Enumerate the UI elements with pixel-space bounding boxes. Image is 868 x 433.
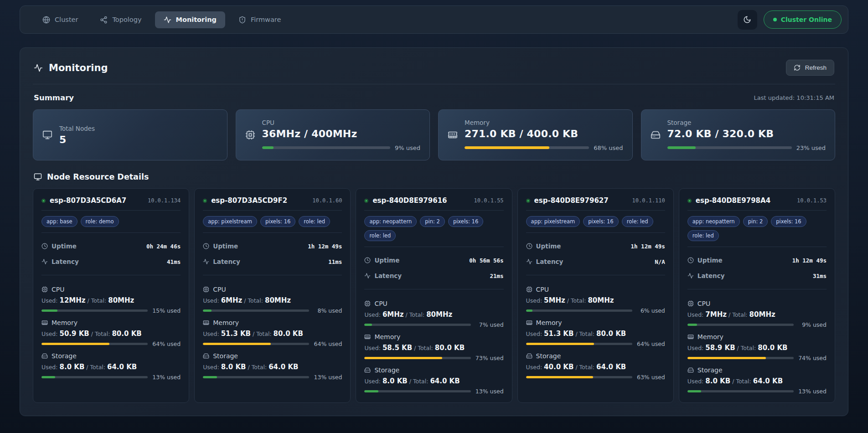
node-card: esp-807D3A5CD6A710.0.1.134app: baserole:… (33, 188, 189, 403)
total-value: 80.0 KB (274, 330, 303, 338)
cluster-icon (42, 16, 50, 24)
used-prefix: Used: (41, 297, 58, 304)
metric-usage: Used:8.0 KB/Total:64.0 KB (364, 377, 503, 385)
cpu-icon (245, 130, 255, 140)
uptime-row: Uptime0h 56m 56s (364, 257, 503, 264)
storage-progress-bar-track (667, 146, 792, 149)
cpu-progress-bar-fill (41, 309, 57, 312)
tab-label: Firmware (251, 16, 281, 23)
node-tag: pixels: 16 (771, 216, 806, 227)
memory-progress-bar-row: 64% used (526, 340, 665, 347)
memory-progress-bar-label: 64% used (637, 340, 665, 347)
memory-progress-bar-track (364, 357, 470, 359)
cpu-progress-bar-track (364, 324, 470, 326)
memory-icon (687, 334, 694, 340)
last-updated-text: Last updated: 10:31:15 AM (754, 94, 834, 101)
divider (687, 210, 827, 211)
cpu-icon (526, 286, 532, 293)
metric-usage: Used:58.5 KB/Total:80.0 KB (364, 344, 503, 352)
summary-card-memory: Memory271.0 KB / 400.0 KB68% used (438, 109, 633, 160)
used-value: 51.3 KB (221, 330, 251, 338)
node-status-dot (364, 199, 368, 203)
separator: / (253, 330, 254, 337)
separator: / (728, 311, 730, 318)
top-nav-bar: ClusterTopologyMonitoringFirmware Cluste… (20, 5, 848, 34)
uptime-row: Uptime1h 12m 49s (526, 242, 665, 250)
tab-firmware[interactable]: Firmware (230, 11, 289, 28)
memory-progress-bar-row: 73% used (364, 355, 503, 361)
metric-label-group: Memory (687, 333, 827, 340)
tab-cluster[interactable]: Cluster (34, 11, 87, 28)
separator: / (86, 364, 88, 371)
total-prefix: Total: (248, 297, 263, 304)
separator: / (244, 297, 246, 304)
node-details-heading-row: Node Resource Details (34, 172, 834, 181)
uptime-value: 1h 12m 49s (631, 243, 665, 250)
clock-icon (203, 243, 209, 249)
summary-card-label: Memory (465, 119, 623, 126)
metric-usage: Used:50.9 KB/Total:80.0 KB (41, 330, 181, 338)
divider (364, 210, 503, 211)
cpu-metric: CPUUsed:6MHz/Total:80MHz7% used (364, 300, 503, 328)
storage-progress-bar-label: 13% used (798, 388, 827, 395)
metric-usage: Used:51.3 KB/Total:80.0 KB (526, 330, 665, 338)
total-value: 80.0 KB (435, 344, 465, 352)
metric-label-group: CPU (687, 300, 827, 307)
uptime-label-group: Uptime (526, 242, 561, 250)
total-value: 64.0 KB (753, 377, 783, 385)
tab-topology[interactable]: Topology (91, 11, 150, 28)
storage-metric: StorageUsed:40.0 KB/Total:64.0 KB63% use… (526, 352, 665, 381)
cpu-progress-bar-row: 6% used (526, 307, 665, 314)
metric-label: Storage (374, 366, 399, 374)
total-prefix: Total: (418, 345, 433, 351)
page-title: Monitoring (34, 62, 108, 73)
metric-label: CPU (52, 286, 64, 293)
node-ip: 10.0.1.60 (312, 197, 342, 204)
metric-usage: Used:8.0 KB/Total:64.0 KB (203, 363, 342, 371)
cpu-progress-bar-track (203, 309, 309, 312)
uptime-label-group: Uptime (41, 242, 77, 250)
refresh-button[interactable]: Refresh (786, 60, 834, 76)
cpu-progress-bar-label: 8% used (314, 307, 342, 314)
memory-progress-bar-label: 64% used (314, 340, 342, 347)
cpu-progress-bar-track (687, 324, 794, 326)
node-tag: pixels: 16 (583, 216, 618, 227)
node-card-header: esp-840D8E97961610.0.1.55 (364, 196, 503, 205)
total-prefix: Total: (409, 311, 424, 318)
latency-label: Latency (213, 258, 240, 265)
latency-label-group: Latency (687, 272, 725, 279)
latency-value: 41ms (167, 258, 181, 265)
memory-progress-bar-track (203, 343, 309, 345)
tab-label: Monitoring (176, 16, 217, 23)
theme-toggle-button[interactable] (738, 10, 757, 30)
total-prefix: Total: (579, 330, 594, 337)
cpu-metric: CPUUsed:7MHz/Total:80MHz9% used (687, 300, 827, 328)
cpu-icon (687, 300, 694, 307)
summary-card-body: Total Nodes5 (59, 125, 218, 145)
cpu-progress-bar-fill (526, 309, 532, 312)
storage-progress-bar-fill (667, 146, 696, 149)
uptime-label: Uptime (52, 242, 77, 250)
tab-monitoring[interactable]: Monitoring (155, 11, 225, 28)
latency-value: 21ms (490, 273, 503, 279)
summary-cards: Total Nodes5CPU36MHz / 400MHz9% usedMemo… (33, 109, 835, 160)
divider (526, 232, 665, 233)
memory-progress-bar-fill (465, 146, 549, 149)
memory-progress-bar-track (687, 357, 794, 359)
used-value: 6MHz (221, 296, 243, 304)
topology-icon (100, 16, 108, 24)
cluster-status-badge[interactable]: Cluster Online (764, 10, 842, 29)
total-value: 64.0 KB (107, 363, 137, 371)
used-prefix: Used: (526, 330, 542, 337)
activity-icon (526, 258, 532, 265)
latency-label: Latency (374, 272, 402, 279)
storage-progress-bar-fill (41, 376, 55, 378)
divider (41, 275, 181, 275)
storage-metric: StorageUsed:8.0 KB/Total:64.0 KB13% used (41, 352, 181, 381)
storage-progress-bar-row: 63% used (526, 374, 665, 381)
node-details-heading: Node Resource Details (47, 172, 149, 181)
separator: / (406, 311, 408, 318)
node-status-dot (526, 199, 530, 203)
used-prefix: Used: (203, 330, 219, 337)
node-tag: role: led (364, 230, 396, 241)
